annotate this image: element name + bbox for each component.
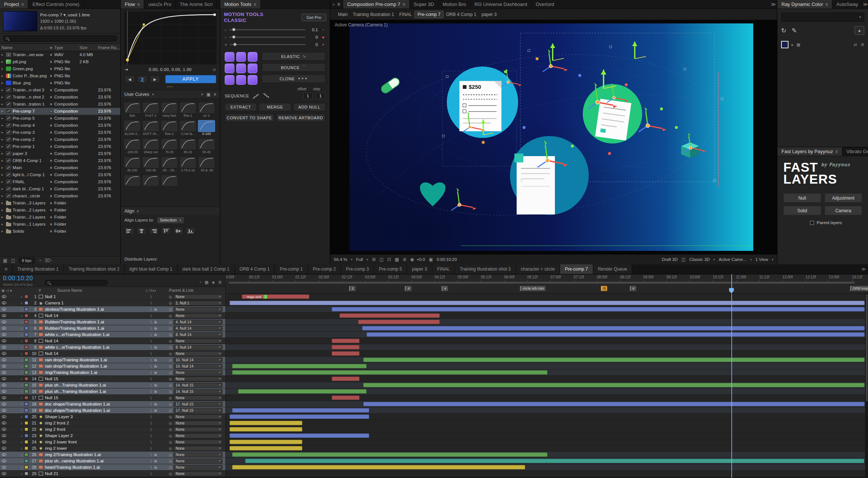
layer-switches[interactable]: ∖fx: [147, 371, 168, 375]
layer-duration-bar[interactable]: [332, 345, 359, 349]
curve-preset-tile[interactable]: flow 2: [161, 120, 178, 137]
layer-visibility-toggle[interactable]: [0, 295, 8, 298]
curve-preset-tile[interactable]: .30 & .80: [198, 156, 215, 173]
timeline-layer-row[interactable]: › 7 white c...e/Training Illustration 1.…: [0, 332, 868, 338]
timeline-marker[interactable]: ORB loop: [850, 286, 868, 291]
timeline-layer-row[interactable]: › 15 plus sh...Training Illustration 1.a…: [0, 382, 868, 388]
project-item-row[interactable]: ▸ Pre-comp 5 Composition 23.976: [0, 115, 120, 122]
timeline-layer-row[interactable]: › 11 rain drop/Training Illustration 1.a…: [0, 357, 868, 363]
clone-button[interactable]: CLONE✦✦✦: [262, 74, 325, 83]
layer-expand-arrow[interactable]: ›: [19, 358, 25, 362]
label-color-chip[interactable]: [50, 68, 54, 70]
draft-3d-icon[interactable]: ▦: [205, 280, 208, 285]
timeline-comp-tab[interactable]: ORB 4 Comp 1: [235, 264, 275, 274]
fx-switch[interactable]: fx: [154, 333, 157, 337]
scrollbar-thumb[interactable]: [866, 294, 868, 401]
project-item-name[interactable]: charact...circle: [13, 194, 50, 198]
label-color-chip[interactable]: [50, 230, 54, 233]
bounce-button[interactable]: BOUNCE⌒: [262, 63, 325, 72]
fast-layers-create-button[interactable]: Solid: [783, 206, 821, 215]
twirl-arrow-icon[interactable]: ▸: [1, 222, 6, 226]
label-color-chip[interactable]: [50, 223, 54, 226]
project-item-name[interactable]: Green.png: [13, 67, 50, 71]
align-target-select[interactable]: Selection▾: [157, 217, 184, 224]
document-shape-price[interactable]: $250: [459, 81, 501, 131]
layer-duration-bar[interactable]: [230, 440, 302, 444]
fx-switch[interactable]: fx: [154, 345, 157, 349]
layer-visibility-toggle[interactable]: [0, 301, 8, 304]
parent-link-dropdown[interactable]: None▾: [173, 307, 222, 312]
slider-value[interactable]: 0: [308, 42, 318, 47]
parent-pickwhip-icon[interactable]: ◎: [168, 371, 173, 375]
label-color-chip[interactable]: [50, 75, 54, 77]
timeline-comp-tab[interactable]: n: [0, 264, 13, 274]
shuffle-icon[interactable]: ⇄: [854, 42, 857, 47]
layer-label-chip[interactable]: [25, 446, 28, 450]
layer-switches[interactable]: ∖fx: [147, 295, 168, 299]
quality-switch-icon[interactable]: ∖: [150, 314, 152, 318]
layer-track[interactable]: [226, 300, 868, 306]
layer-duration-bar[interactable]: [232, 452, 547, 457]
layer-track[interactable]: [226, 332, 868, 338]
timeline-search-input[interactable]: [52, 280, 106, 285]
parent-pickwhip-icon[interactable]: ◎: [168, 383, 173, 387]
timeline-layer-row[interactable]: › 29 Null 21 ∖fx ◎ None▾: [0, 471, 868, 477]
swatch-grid-icon[interactable]: ▦: [797, 42, 800, 47]
layer-switches[interactable]: ∖fx: [147, 415, 168, 419]
timeline-marker[interactable]: 4: [442, 286, 448, 291]
layer-track[interactable]: [226, 471, 868, 477]
align-bottom-button[interactable]: [186, 227, 195, 235]
timeline-layer-row[interactable]: › 2 Camera 1 ∖fx ◎ 1. Null 1▾: [0, 300, 868, 306]
timeline-layer-row[interactable]: › 1 Null 1 ∖fx ◎ None▾ rings end2: [0, 294, 868, 300]
layer-track[interactable]: [226, 445, 868, 452]
layer-visibility-toggle[interactable]: [0, 308, 8, 311]
get-pro-button[interactable]: Get Pro: [302, 14, 326, 21]
timeline-layer-row[interactable]: › 3 strokes/Training Illustration 1.ai ∖…: [0, 306, 868, 313]
layer-track[interactable]: [226, 458, 868, 464]
label-color-chip[interactable]: [50, 167, 54, 169]
label-color-chip[interactable]: [50, 159, 54, 162]
elastic-button[interactable]: ELASTIC∿: [262, 52, 325, 61]
layer-switches[interactable]: ∖fx: [147, 402, 168, 406]
layer-visibility-toggle[interactable]: [0, 466, 8, 469]
column-source-name[interactable]: Source Name: [48, 288, 145, 293]
sequence-stairs-reverse-icon[interactable]: [263, 93, 270, 98]
slider-knob[interactable]: [232, 35, 235, 39]
layer-name[interactable]: heart/Training Illustration 1.ai: [45, 465, 147, 469]
quality-switch-icon[interactable]: ∖: [150, 453, 152, 457]
bit-depth-button[interactable]: 8 bpc: [19, 258, 35, 264]
layer-track[interactable]: [226, 439, 868, 445]
layer-name[interactable]: ring 2 lower front: [45, 440, 147, 444]
project-item-name[interactable]: Pre-comp 1: [13, 144, 50, 149]
parent-link-dropdown[interactable]: 4. Null 14▾: [173, 326, 222, 331]
layer-expand-arrow[interactable]: ›: [19, 459, 25, 463]
parent-pickwhip-icon[interactable]: ◎: [168, 446, 173, 450]
parent-pickwhip-icon[interactable]: ◎: [168, 390, 173, 394]
motion-blur-icon[interactable]: ≣: [218, 280, 222, 285]
layer-name[interactable]: doc shape/Training Illustration 1.ai: [45, 408, 147, 413]
curve-preset-tile[interactable]: .05 - .05...: [161, 156, 178, 173]
parent-pickwhip-icon[interactable]: ◎: [168, 408, 173, 413]
layer-duration-bar[interactable]: [358, 320, 440, 324]
parent-pickwhip-icon[interactable]: ◎: [168, 326, 173, 330]
layer-name[interactable]: ring 2 lower: [45, 446, 147, 450]
layer-duration-bar[interactable]: [230, 446, 302, 450]
curve-menu-icon[interactable]: ≡: [214, 92, 216, 97]
resolution-dropdown[interactable]: Full▾: [356, 257, 368, 262]
label-color-chip[interactable]: [50, 216, 54, 219]
twirl-arrow-icon[interactable]: ▸: [1, 60, 6, 64]
step-input[interactable]: 1: [316, 93, 325, 99]
layer-visibility-toggle[interactable]: [0, 472, 8, 475]
timeline-comp-tab[interactable]: light blue ball Comp 1: [125, 264, 178, 274]
layer-switches[interactable]: ∖fx: [147, 408, 168, 413]
document-shape-3[interactable]: [514, 154, 555, 214]
flow-curve-editor[interactable]: [121, 9, 220, 65]
layer-switches[interactable]: ∖fx: [147, 320, 168, 324]
timeline-layer-row[interactable]: › 10 Null 14 ∖fx ◎ None▾: [0, 351, 868, 357]
parent-pickwhip-icon[interactable]: ◎: [168, 427, 173, 432]
twirl-arrow-icon[interactable]: ▸: [1, 116, 6, 120]
quality-switch-icon[interactable]: ∖: [150, 371, 152, 375]
curve-preset-tile[interactable]: easy fast: [161, 102, 178, 119]
project-item-row[interactable]: ▸ Trainin...n shot 3 Composition 23.976: [0, 87, 120, 94]
layer-switches[interactable]: ∖fx: [147, 301, 168, 305]
